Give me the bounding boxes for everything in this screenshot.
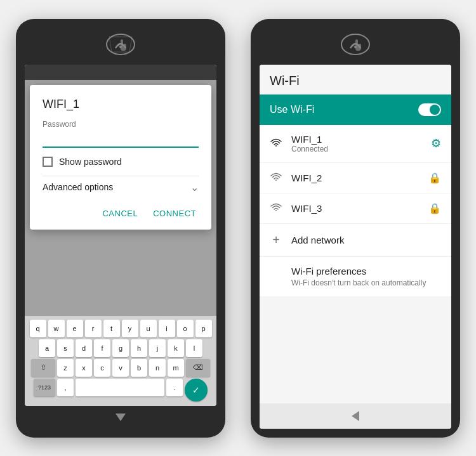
back-nav-icon-left[interactable] xyxy=(116,414,126,421)
key-enter[interactable]: ✓ xyxy=(185,379,208,401)
add-network-icon: + xyxy=(270,233,282,247)
wifi-signal-icon-3 xyxy=(270,202,282,214)
lock-icon-3: 🔒 xyxy=(428,202,441,214)
wifi-name-1: WIFI_1 xyxy=(291,134,422,145)
wifi-item-2[interactable]: WIFI_2 🔒 xyxy=(260,163,451,193)
key-row-4: ?123 , . ✓ xyxy=(27,379,214,401)
key-t[interactable]: t xyxy=(103,320,120,337)
show-password-row: Show password xyxy=(43,157,199,167)
key-z[interactable]: z xyxy=(57,359,74,377)
key-row-2: a s d f g h j k l xyxy=(27,339,214,357)
right-screen: Wi-Fi Use Wi-Fi WIFI_1 Connected xyxy=(260,65,451,429)
bottom-nav-right xyxy=(260,403,451,429)
wifi-name-2: WIFI_2 xyxy=(291,173,420,183)
key-r[interactable]: r xyxy=(85,320,102,337)
lock-icon-2: 🔒 xyxy=(428,172,441,184)
use-wifi-row[interactable]: Use Wi-Fi xyxy=(260,94,451,125)
key-shift[interactable]: ⇧ xyxy=(31,359,55,377)
wifi-name-3: WIFI_3 xyxy=(291,203,420,214)
key-n[interactable]: n xyxy=(149,359,166,377)
wifi-list: WIFI_1 Connected ⚙ WIFI_2 xyxy=(260,125,451,296)
wifi-signal-icon-2 xyxy=(270,172,282,183)
key-f[interactable]: f xyxy=(94,339,110,357)
wifi-preferences[interactable]: Wi-Fi preferences Wi-Fi doesn't turn bac… xyxy=(260,257,451,296)
key-row-3: ⇧ z x c v b n m ⌫ xyxy=(27,359,214,377)
keyboard: q w e r t y u i o p a s d f g h j k xyxy=(25,316,216,406)
key-u[interactable]: u xyxy=(140,320,157,337)
right-device: Wi-Fi Use Wi-Fi WIFI_1 Connected xyxy=(251,19,460,438)
advanced-options-row[interactable]: Advanced options ⌄ xyxy=(43,176,199,199)
wifi-status-1: Connected xyxy=(291,145,422,153)
wifi-prefs-sub: Wi-Fi doesn't turn back on automatically xyxy=(291,278,441,287)
key-c[interactable]: c xyxy=(94,359,110,377)
key-q[interactable]: q xyxy=(30,320,46,337)
key-space[interactable] xyxy=(76,379,164,396)
back-nav-icon-right[interactable] xyxy=(352,411,359,421)
wifi-item-3[interactable]: WIFI_3 🔒 xyxy=(260,193,451,224)
key-h[interactable]: h xyxy=(131,339,147,357)
key-v[interactable]: v xyxy=(112,359,129,377)
key-j[interactable]: j xyxy=(149,339,166,357)
gear-icon[interactable]: ⚙ xyxy=(431,136,441,150)
nfc-icon-left xyxy=(100,30,141,58)
device-top-right xyxy=(260,30,451,58)
key-x[interactable]: x xyxy=(76,359,92,377)
show-password-checkbox[interactable] xyxy=(43,157,53,167)
wifi-info-3: WIFI_3 xyxy=(291,203,420,214)
cancel-button[interactable]: CANCEL xyxy=(100,205,140,222)
key-period[interactable]: . xyxy=(166,379,183,396)
password-input[interactable] xyxy=(43,131,199,148)
status-bar-left xyxy=(25,65,216,80)
wifi-header: Wi-Fi xyxy=(260,65,451,94)
device-top-left xyxy=(25,30,216,58)
wifi-info-2: WIFI_2 xyxy=(291,173,420,183)
add-network-row[interactable]: + Add network xyxy=(260,224,451,257)
dialog-title: WIFI_1 xyxy=(43,98,199,111)
wifi-prefs-title: Wi-Fi preferences xyxy=(291,266,441,277)
left-device: WIFI_1 Password Show password Advanced o… xyxy=(16,19,225,438)
advanced-options-label: Advanced options xyxy=(43,182,113,192)
key-d[interactable]: d xyxy=(76,339,92,357)
key-comma[interactable]: , xyxy=(57,379,74,396)
wifi-info-1: WIFI_1 Connected xyxy=(291,134,422,153)
key-p[interactable]: p xyxy=(195,320,212,337)
dialog-actions: CANCEL CONNECT xyxy=(43,205,199,222)
chevron-down-icon: ⌄ xyxy=(190,181,199,193)
show-password-label: Show password xyxy=(59,157,122,167)
key-g[interactable]: g xyxy=(112,339,129,357)
password-label: Password xyxy=(43,120,199,129)
key-number[interactable]: ?123 xyxy=(34,379,55,396)
key-k[interactable]: k xyxy=(168,339,184,357)
key-row-1: q w e r t y u i o p xyxy=(27,320,214,337)
key-backspace[interactable]: ⌫ xyxy=(186,359,210,377)
key-y[interactable]: y xyxy=(122,320,138,337)
connect-button[interactable]: CONNECT xyxy=(150,205,199,222)
wifi-password-dialog: WIFI_1 Password Show password Advanced o… xyxy=(30,85,211,230)
wifi-signal-icon-1 xyxy=(270,138,282,149)
key-b[interactable]: b xyxy=(131,359,147,377)
bottom-nav-left xyxy=(116,406,126,429)
dialog-overlay: WIFI_1 Password Show password Advanced o… xyxy=(25,80,216,316)
wifi-item-1[interactable]: WIFI_1 Connected ⚙ xyxy=(260,125,451,163)
key-a[interactable]: a xyxy=(39,339,55,357)
left-screen: WIFI_1 Password Show password Advanced o… xyxy=(25,65,216,406)
key-l[interactable]: l xyxy=(186,339,202,357)
nfc-icon-right xyxy=(335,30,376,58)
wifi-toggle[interactable] xyxy=(418,103,441,116)
key-e[interactable]: e xyxy=(67,320,83,337)
use-wifi-label: Use Wi-Fi xyxy=(270,104,314,115)
key-s[interactable]: s xyxy=(57,339,74,357)
key-i[interactable]: i xyxy=(159,320,175,337)
add-network-label: Add network xyxy=(291,235,344,245)
key-m[interactable]: m xyxy=(168,359,184,377)
key-w[interactable]: w xyxy=(48,320,65,337)
key-o[interactable]: o xyxy=(177,320,194,337)
